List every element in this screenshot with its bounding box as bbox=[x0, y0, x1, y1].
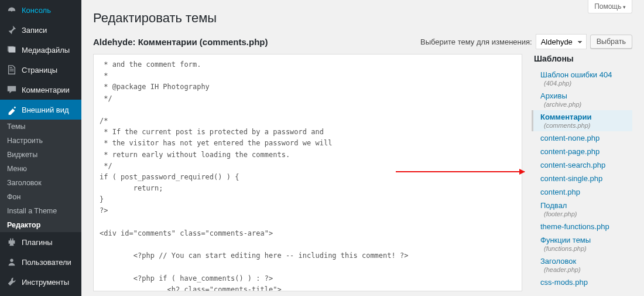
template-filename: (header.php) bbox=[540, 266, 629, 273]
main-content: Помощь Редактировать темы Aldehyde: Комм… bbox=[81, 0, 644, 296]
template-name: Подвал bbox=[540, 201, 567, 210]
sidebar-item-label: Страницы bbox=[22, 66, 57, 74]
template-file-item[interactable]: theme-functions.php bbox=[532, 220, 632, 233]
sidebar-subitem[interactable]: Install a Theme bbox=[0, 204, 81, 218]
admin-sidebar: КонсольЗаписиМедиафайлыСтраницыКомментар… bbox=[0, 0, 81, 296]
sidebar-subitem[interactable]: Меню bbox=[0, 162, 81, 176]
sidebar-item-label: Консоль bbox=[22, 6, 51, 15]
template-name: Функции темы bbox=[540, 236, 591, 244]
sidebar-item-settings[interactable]: Настройки bbox=[0, 292, 81, 296]
appearance-icon bbox=[6, 104, 18, 115]
template-name: Шаблон ошибки 404 bbox=[540, 70, 612, 79]
sidebar-item-tools[interactable]: Инструменты bbox=[0, 272, 81, 292]
template-file-item[interactable]: Заголовок(header.php) bbox=[532, 254, 632, 275]
pin-icon bbox=[6, 24, 18, 36]
template-file-item[interactable]: content-none.php bbox=[532, 131, 632, 145]
sidebar-item-label: Плагины bbox=[22, 238, 53, 247]
template-file-item[interactable]: Функции темы(functions.php) bbox=[532, 233, 632, 254]
sidebar-item-label: Медиафайлы bbox=[22, 46, 70, 55]
users-icon bbox=[6, 256, 18, 268]
template-name: content-page.php bbox=[540, 147, 600, 156]
sidebar-subitem[interactable]: Редактор bbox=[0, 218, 81, 232]
sidebar-subitem[interactable]: Темы bbox=[0, 120, 81, 134]
template-filename: (comments.php) bbox=[540, 122, 629, 129]
template-name: content-none.php bbox=[540, 134, 600, 142]
tools-icon bbox=[6, 276, 18, 288]
code-editor[interactable] bbox=[93, 54, 522, 291]
template-file-item[interactable]: content-single.php bbox=[532, 172, 632, 185]
plugin-icon bbox=[6, 236, 18, 248]
sidebar-item-pin[interactable]: Записи bbox=[0, 20, 81, 40]
template-filename: (404.php) bbox=[540, 80, 629, 87]
comment-icon bbox=[6, 84, 18, 96]
theme-select-label: Выберите тему для изменения: bbox=[420, 38, 532, 46]
template-filename: (archive.php) bbox=[540, 101, 629, 108]
template-name: Архивы bbox=[540, 91, 567, 100]
template-file-item[interactable]: custom-header.php bbox=[532, 289, 632, 291]
sidebar-item-comment[interactable]: Комментарии bbox=[0, 80, 81, 100]
templates-heading: Шаблоны bbox=[532, 54, 632, 63]
sidebar-item-users[interactable]: Пользователи bbox=[0, 252, 81, 272]
sidebar-item-appearance[interactable]: Внешний вид bbox=[0, 100, 81, 120]
theme-select[interactable]: Aldehyde bbox=[536, 34, 587, 49]
page-title: Редактировать темы bbox=[93, 11, 632, 26]
template-file-item[interactable]: content-search.php bbox=[532, 158, 632, 172]
template-file-item[interactable]: Архивы(archive.php) bbox=[532, 89, 632, 110]
sidebar-item-page[interactable]: Страницы bbox=[0, 60, 81, 80]
sidebar-subitem[interactable]: Виджеты bbox=[0, 148, 81, 162]
template-name: css-mods.php bbox=[540, 278, 588, 287]
template-name: Комментарии bbox=[540, 113, 592, 121]
template-file-item[interactable]: content-page.php bbox=[532, 145, 632, 158]
media-icon bbox=[6, 44, 18, 56]
sidebar-item-plugin[interactable]: Плагины bbox=[0, 232, 81, 252]
template-file-list: Шаблоны Шаблон ошибки 404(404.php)Архивы… bbox=[532, 54, 632, 291]
template-file-item[interactable]: content.php bbox=[532, 185, 632, 199]
page-icon bbox=[6, 64, 18, 76]
template-filename: (functions.php) bbox=[540, 245, 629, 252]
sidebar-item-media[interactable]: Медиафайлы bbox=[0, 40, 81, 60]
template-name: content.php bbox=[540, 188, 580, 196]
dashboard-icon bbox=[6, 4, 18, 16]
sidebar-item-label: Внешний вид bbox=[22, 106, 69, 114]
sidebar-subitem[interactable]: Фон bbox=[0, 190, 81, 204]
file-heading: Aldehyde: Комментарии (comments.php) bbox=[93, 37, 268, 47]
svg-point-0 bbox=[11, 11, 12, 12]
sidebar-item-label: Пользователи bbox=[22, 258, 71, 267]
sidebar-item-label: Комментарии bbox=[22, 86, 70, 94]
template-file-item[interactable]: Комментарии(comments.php) bbox=[532, 110, 632, 131]
sidebar-subitem[interactable]: Настроить bbox=[0, 134, 81, 148]
sidebar-item-label: Инструменты bbox=[22, 278, 69, 287]
template-file-item[interactable]: Шаблон ошибки 404(404.php) bbox=[532, 68, 632, 89]
sidebar-subitem[interactable]: Заголовок bbox=[0, 176, 81, 190]
template-file-item[interactable]: css-mods.php bbox=[532, 275, 632, 289]
svg-point-1 bbox=[10, 259, 13, 262]
template-filename: (footer.php) bbox=[540, 210, 629, 217]
template-name: content-search.php bbox=[540, 161, 605, 169]
template-name: content-single.php bbox=[540, 174, 602, 183]
select-theme-button[interactable]: Выбрать bbox=[590, 35, 632, 49]
template-file-item[interactable]: Подвал(footer.php) bbox=[532, 199, 632, 220]
template-name: Заголовок bbox=[540, 257, 576, 266]
sidebar-item-label: Записи bbox=[22, 26, 47, 35]
help-tab[interactable]: Помощь bbox=[588, 0, 632, 13]
template-name: theme-functions.php bbox=[540, 222, 609, 231]
sidebar-item-dashboard[interactable]: Консоль bbox=[0, 0, 81, 20]
